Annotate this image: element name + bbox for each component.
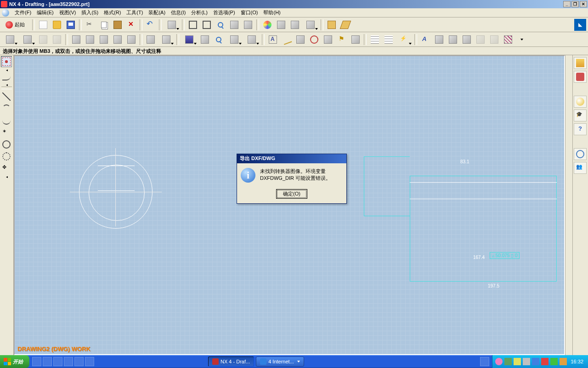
edit5-button[interactable] <box>488 34 501 46</box>
section3-button[interactable] <box>97 34 110 46</box>
menu-assembly[interactable]: 装配(A) <box>146 8 168 17</box>
start-menu-button[interactable]: 开始 <box>0 355 29 368</box>
zoom-area-button[interactable] <box>200 19 213 31</box>
task-nx[interactable]: NX 4 - Draf... <box>208 356 254 367</box>
close-button[interactable]: ✕ <box>580 1 587 7</box>
circle-tool-button[interactable] <box>1 139 12 150</box>
start-button[interactable]: 起始 <box>2 20 30 30</box>
menu-format[interactable]: 格式(R) <box>101 8 124 17</box>
hatch-button[interactable] <box>502 34 514 46</box>
tray-icon-5[interactable] <box>532 358 539 365</box>
nav-help-button[interactable] <box>574 123 587 135</box>
nav-hat-button[interactable]: 🎓 <box>574 109 587 121</box>
sheet-button[interactable] <box>2 34 18 46</box>
menu-edit[interactable]: 编辑(E) <box>34 8 57 17</box>
tray-icon-4[interactable] <box>523 358 530 365</box>
menu-analysis[interactable]: 分析(L) <box>188 8 210 17</box>
ql-1[interactable] <box>32 357 41 366</box>
ql-3[interactable] <box>53 357 62 366</box>
ql-5[interactable] <box>74 357 84 366</box>
menu-view[interactable]: 视图(V) <box>57 8 79 17</box>
new-button[interactable] <box>37 19 50 31</box>
snap-point-button[interactable] <box>1 56 12 67</box>
proj-view-button[interactable] <box>37 34 50 46</box>
table1-button[interactable] <box>368 34 381 46</box>
update-button[interactable]: ⚡ <box>396 34 413 46</box>
clock[interactable]: 16:32 <box>569 359 585 364</box>
measure-button[interactable] <box>325 19 338 31</box>
tray-icon-7[interactable] <box>550 358 558 365</box>
edit1-button[interactable] <box>433 34 446 46</box>
aux-view-button[interactable] <box>51 34 63 46</box>
ql-6[interactable] <box>85 357 94 366</box>
note-button[interactable] <box>266 34 279 46</box>
restore-button[interactable]: ❐ <box>571 1 579 7</box>
table2-button[interactable] <box>382 34 395 46</box>
tray-icon-8[interactable] <box>560 358 567 365</box>
open-button[interactable] <box>51 19 63 31</box>
menu-file[interactable]: 文件(F) <box>12 8 34 17</box>
arc-tool-button[interactable] <box>1 103 12 114</box>
edit2-button[interactable] <box>447 34 459 46</box>
wcss-button[interactable] <box>288 19 301 31</box>
tray-icon-6[interactable] <box>541 358 548 365</box>
break-button[interactable] <box>144 34 157 46</box>
section5-button[interactable] <box>125 34 138 46</box>
ruler2-button[interactable] <box>339 19 352 31</box>
zoom-button[interactable] <box>214 19 227 31</box>
font-style-button[interactable] <box>419 34 432 46</box>
edit4-button[interactable] <box>474 34 487 46</box>
detail-button[interactable] <box>158 34 175 46</box>
menu-preferences[interactable]: 首选项(P) <box>210 8 238 17</box>
select-mode-button[interactable] <box>164 19 180 31</box>
dim1-button[interactable] <box>181 34 198 46</box>
dim2-button[interactable] <box>198 34 211 46</box>
point-tool-button[interactable]: ✶ <box>1 127 12 138</box>
spline-tool-button[interactable] <box>1 115 12 126</box>
line-tool-button[interactable] <box>1 91 12 102</box>
cut-button[interactable] <box>84 19 96 31</box>
delete-button[interactable] <box>125 19 138 31</box>
section2-button[interactable] <box>84 34 96 46</box>
tray-icon-2[interactable] <box>504 358 512 365</box>
dialog-ok-button[interactable]: 确定(O) <box>276 189 307 199</box>
weld-button[interactable] <box>349 34 362 46</box>
ql-2[interactable] <box>43 357 52 366</box>
nav-tree-button[interactable] <box>574 57 587 69</box>
view-add-button[interactable] <box>19 34 36 46</box>
menu-tools[interactable]: 工具(T) <box>124 8 146 17</box>
edit3-button[interactable] <box>460 34 473 46</box>
ql-4[interactable] <box>64 357 73 366</box>
section1-button[interactable] <box>70 34 83 46</box>
menu-window[interactable]: 窗口(O) <box>238 8 261 17</box>
display-button[interactable] <box>302 19 319 31</box>
paste-button[interactable] <box>111 19 124 31</box>
fit-button[interactable] <box>187 19 199 31</box>
pan-button[interactable] <box>242 19 254 31</box>
nav-part-button[interactable] <box>574 71 587 83</box>
copy-button[interactable] <box>97 19 110 31</box>
dim-edit-box[interactable]: ▵ 50.075 ▯ 0 <box>490 252 520 259</box>
task-ie[interactable]: 4 Internet... <box>256 356 304 367</box>
dim3-button[interactable] <box>212 34 225 46</box>
section4-button[interactable] <box>111 34 124 46</box>
minimize-button[interactable]: _ <box>563 1 571 7</box>
menu-insert[interactable]: 插入(S) <box>79 8 101 17</box>
circle2-tool-button[interactable] <box>1 151 12 162</box>
menu-help[interactable]: 帮助(H) <box>260 8 283 17</box>
nav-roles-button[interactable]: 👥 <box>574 162 587 174</box>
label-button[interactable] <box>280 34 293 46</box>
balloon-button[interactable] <box>322 34 334 46</box>
vertical-scrollbar[interactable] <box>565 55 572 355</box>
dim5-button[interactable] <box>243 34 260 46</box>
datum-button[interactable] <box>308 34 321 46</box>
move-tool-button[interactable]: ✥ <box>1 163 12 174</box>
tray-icon-3[interactable] <box>514 358 521 365</box>
ml-1[interactable] <box>480 357 489 366</box>
undo-button[interactable] <box>144 19 157 31</box>
render-button[interactable] <box>261 19 274 31</box>
curve-tool-button[interactable] <box>1 71 12 82</box>
dim4-button[interactable] <box>226 34 243 46</box>
drawing-canvas[interactable]: 83.1 167.4 197.5 ▵ 50.075 ▯ 0 DRAWING2 (… <box>14 55 565 355</box>
nav-history-button[interactable] <box>574 148 587 160</box>
